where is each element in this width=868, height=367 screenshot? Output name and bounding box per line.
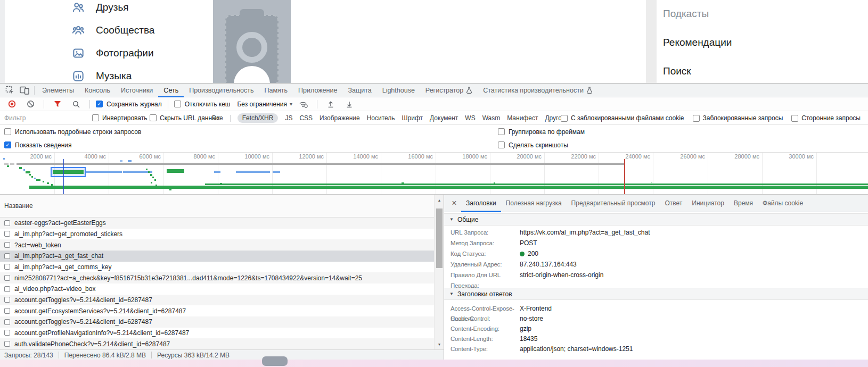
show-overview-checkbox[interactable]: ✓ <box>4 141 11 148</box>
table-row[interactable]: al_video.php?act=video_box <box>0 283 434 295</box>
device-toolbar-button[interactable] <box>17 84 32 97</box>
devtools-tab-4[interactable]: Производительность <box>184 84 259 97</box>
vk-right-menu-item[interactable]: Поиск <box>663 65 691 77</box>
devtools-tab-8[interactable]: Lighthouse <box>377 84 420 97</box>
table-row[interactable]: al_im.php?act=get_promoted_stickers <box>0 229 434 240</box>
filter-input[interactable]: Фильтр <box>4 114 26 122</box>
details-tab-1[interactable]: Полезная нагрузка <box>501 195 567 212</box>
row-checkbox[interactable] <box>4 330 10 336</box>
table-row[interactable]: easter-eggs?act=getEasterEggs <box>0 218 434 229</box>
details-tab-5[interactable]: Время <box>729 195 758 212</box>
vk-sidebar-item[interactable]: Сообщества <box>71 22 154 38</box>
devtools-tab-10[interactable]: Статистика производительности <box>478 84 598 97</box>
vk-right-menu-item[interactable]: Подкасты <box>663 8 709 20</box>
row-checkbox[interactable] <box>4 297 10 303</box>
row-checkbox[interactable] <box>4 286 10 292</box>
filter-type[interactable]: Носитель <box>367 114 395 122</box>
details-tab-3[interactable]: Ответ <box>660 195 687 212</box>
filter-type[interactable]: Манифест <box>507 114 538 122</box>
table-row[interactable]: al_im.php?act=a_get_comms_key <box>0 262 434 273</box>
row-checkbox[interactable] <box>4 264 10 270</box>
filter-type[interactable]: Wasm <box>482 114 501 122</box>
requests-scrollbar[interactable]: ▲ ▼ <box>434 195 444 349</box>
table-row[interactable]: auth.validatePhoneCheck?v=5.214&client_i… <box>0 338 434 349</box>
scroll-up-icon[interactable]: ▲ <box>435 196 444 204</box>
table-row[interactable]: account.getEcosystemServices?v=5.214&cli… <box>0 305 434 316</box>
table-row[interactable]: account.getProfileNavigationInfo?v=5.214… <box>0 328 434 339</box>
filter-type[interactable]: Все <box>212 114 223 122</box>
table-row[interactable]: nim252808771?act=a_check&key=f8516715b31… <box>0 272 434 283</box>
hide-data-urls-checkbox[interactable] <box>150 114 157 121</box>
preserve-log-checkbox[interactable]: ✓ <box>96 101 103 107</box>
row-checkbox[interactable] <box>4 308 10 314</box>
details-tab-0[interactable]: Заголовки <box>461 195 501 212</box>
clear-icon[interactable] <box>23 98 38 111</box>
import-har-icon[interactable] <box>323 98 338 111</box>
vk-sidebar-item[interactable]: Фотографии <box>71 45 154 61</box>
timeline-bar <box>205 184 868 185</box>
taskbar-item[interactable] <box>262 356 288 366</box>
row-checkbox[interactable] <box>4 242 10 248</box>
filter-type[interactable]: Изображение <box>320 114 360 122</box>
filter-type[interactable]: Шрифт <box>402 114 423 122</box>
third-party-checkbox[interactable] <box>791 115 798 122</box>
filter-type[interactable]: WS <box>465 114 475 122</box>
blocked-requests-checkbox[interactable] <box>693 115 700 122</box>
general-section-header[interactable]: ▼ Общие <box>444 213 868 226</box>
row-checkbox[interactable] <box>4 341 10 347</box>
table-row[interactable]: al_im.php?act=a_get_fast_chat <box>0 251 434 262</box>
details-tab-2[interactable]: Предварительный просмотр <box>567 195 660 212</box>
response-headers-section-header[interactable]: ▼ Заголовки ответов <box>444 288 868 300</box>
filter-type[interactable]: CSS <box>299 114 313 122</box>
blocked-cookies-checkbox[interactable] <box>561 115 568 122</box>
row-checkbox[interactable] <box>4 275 10 281</box>
vk-scrollbar[interactable] <box>646 0 657 83</box>
record-icon[interactable] <box>4 98 19 111</box>
row-checkbox[interactable] <box>4 319 10 325</box>
request-name: account.getToggles?v=5.214&client_id=628… <box>14 318 152 326</box>
requests-column-header[interactable]: Название <box>0 195 434 218</box>
search-icon[interactable] <box>69 98 84 111</box>
devtools-tab-7[interactable]: Защита <box>342 84 376 97</box>
close-icon[interactable]: × <box>447 195 461 212</box>
devtools-tab-1[interactable]: Консоль <box>79 84 116 97</box>
vk-sidebar-item[interactable]: Музыка <box>71 68 132 83</box>
devtools-tab-0[interactable]: Элементы <box>37 84 79 97</box>
group-by-frame-checkbox[interactable] <box>498 128 505 135</box>
row-checkbox[interactable] <box>4 220 10 226</box>
row-checkbox[interactable] <box>4 253 10 259</box>
filter-type[interactable]: Fetch/XHR <box>238 113 279 123</box>
disable-cache-checkbox[interactable] <box>174 101 181 107</box>
network-overview-timeline[interactable]: 2000 мс4000 мс6000 мс8000 мс10000 мс1200… <box>0 152 868 195</box>
table-row[interactable]: account.getToggles?v=5.214&client_id=628… <box>0 295 434 306</box>
vk-sidebar-label: Музыка <box>96 70 132 82</box>
devtools-tab-6[interactable]: Приложение <box>293 84 342 97</box>
export-har-icon[interactable] <box>342 98 357 111</box>
devtools-tab-5[interactable]: Память <box>259 84 293 97</box>
row-checkbox[interactable] <box>4 231 10 237</box>
details-tab-4[interactable]: Инициатор <box>687 195 729 212</box>
inspect-element-button[interactable] <box>2 84 17 97</box>
scroll-down-icon[interactable]: ▼ <box>435 340 444 348</box>
vk-sidebar-item[interactable]: Друзья <box>71 0 129 15</box>
details-tab-6[interactable]: Файлы cookie <box>758 195 808 212</box>
timeline-bar <box>167 169 184 173</box>
devtools-tab-3[interactable]: Сеть <box>158 84 184 97</box>
devtools-tab-9[interactable]: Регистратор <box>420 84 478 97</box>
invert-checkbox[interactable] <box>92 114 99 121</box>
filter-type[interactable]: Документ <box>430 114 458 122</box>
filter-type[interactable]: JS <box>285 114 292 122</box>
profile-photo-placeholder[interactable] <box>213 0 291 83</box>
table-row[interactable]: account.getToggles?v=5.214&client_id=628… <box>0 316 434 328</box>
capture-screenshots-checkbox[interactable] <box>498 141 505 148</box>
big-request-rows-checkbox[interactable] <box>4 128 11 135</box>
scrollbar-thumb[interactable] <box>436 208 443 268</box>
network-conditions-icon[interactable] <box>296 98 311 111</box>
vk-right-menu-item[interactable]: Рекомендации <box>663 37 732 48</box>
preserve-log-label: Сохранять журнал <box>107 101 162 108</box>
table-row[interactable]: ?act=web_token <box>0 239 434 251</box>
throttling-select[interactable]: Без ограничения ▾ <box>237 101 292 108</box>
divider <box>317 100 317 109</box>
filter-icon[interactable] <box>50 98 65 111</box>
devtools-tab-2[interactable]: Источники <box>116 84 158 97</box>
